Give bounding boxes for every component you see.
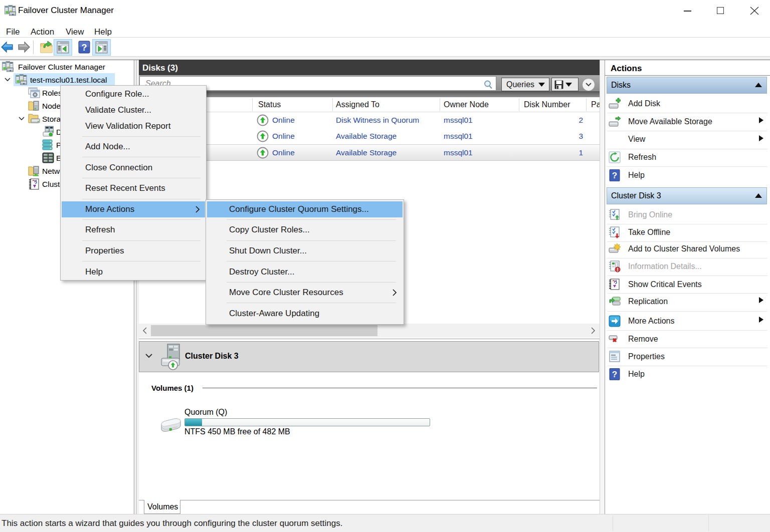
svg-text:?: ?	[612, 370, 617, 379]
svg-text:?: ?	[612, 171, 617, 180]
svg-text:?: ?	[82, 43, 87, 53]
